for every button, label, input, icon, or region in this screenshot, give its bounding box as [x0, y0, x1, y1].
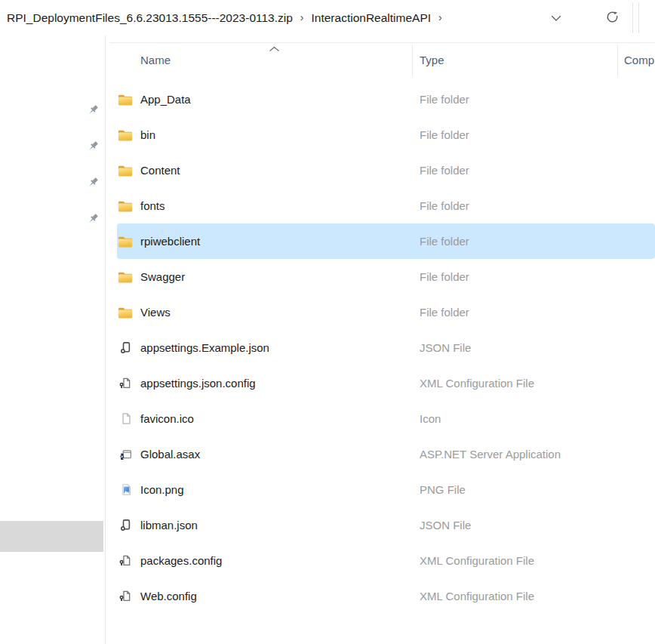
file-row[interactable]: appsettings.json.config XML Configuratio…: [117, 365, 655, 401]
pin-icon[interactable]: [86, 176, 100, 190]
pin-icon[interactable]: [86, 212, 100, 226]
column-header-name[interactable]: Name: [140, 54, 171, 66]
search-box-left-edge: [638, 2, 639, 33]
file-row[interactable]: Content File folder: [117, 153, 655, 188]
address-dropdown-button[interactable]: [546, 8, 567, 29]
pin-icon[interactable]: [86, 103, 100, 117]
file-name: favicon.ico: [140, 412, 420, 425]
folder-icon: [118, 199, 133, 213]
address-bar-right-border: [632, 2, 633, 33]
config-icon: [118, 590, 133, 603]
file-name: Swagger: [140, 270, 420, 283]
file-type: File folder: [420, 93, 469, 106]
column-header-compressed-size[interactable]: Comp: [624, 54, 655, 66]
config-icon: [118, 554, 133, 568]
file-name: Global.asax: [140, 448, 420, 461]
file-row[interactable]: appsettings.Example.json JSON File: [117, 330, 655, 365]
nav-item-highlight: [0, 521, 103, 552]
column-header-type[interactable]: Type: [420, 54, 444, 66]
file-row[interactable]: fonts File folder: [117, 188, 655, 223]
file-row[interactable]: Web.config XML Configuration File: [117, 578, 655, 614]
folder-icon: [118, 93, 133, 106]
navigation-pane: [0, 35, 106, 644]
breadcrumb-separator-icon[interactable]: ›: [300, 11, 304, 23]
file-row[interactable]: App_Data File folder: [117, 82, 655, 117]
breadcrumb: RPI_DeploymentFiles_6.6.23013.1555---202…: [7, 0, 450, 35]
file-type: Icon: [420, 412, 441, 425]
file-type: File folder: [420, 164, 469, 177]
file-type: PNG File: [420, 483, 466, 496]
file-name: rpiwebclient: [140, 235, 420, 248]
aspnet-icon: [118, 448, 133, 461]
sort-ascending-caret-icon: [268, 42, 281, 56]
file-explorer-window: RPI_DeploymentFiles_6.6.23013.1555---202…: [0, 0, 655, 644]
breadcrumb-item-folder[interactable]: InteractionRealtimeAPI: [312, 11, 432, 25]
file-row[interactable]: packages.config XML Configuration File: [117, 543, 655, 578]
breadcrumb-separator-icon[interactable]: ›: [438, 11, 442, 23]
pin-icon[interactable]: [86, 140, 100, 153]
address-bar: RPI_DeploymentFiles_6.6.23013.1555---202…: [0, 0, 655, 36]
file-name: appsettings.json.config: [140, 377, 420, 390]
file-row[interactable]: Swagger File folder: [117, 259, 655, 294]
file-name: bin: [140, 128, 420, 141]
file-type: JSON File: [420, 341, 471, 354]
file-name: App_Data: [140, 93, 420, 106]
file-row[interactable]: bin File folder: [117, 117, 655, 153]
file-type: XML Configuration File: [420, 377, 534, 390]
file-row[interactable]: Icon.png PNG File: [117, 472, 655, 507]
file-name: Web.config: [140, 590, 420, 602]
file-name: libman.json: [140, 519, 420, 532]
image-icon: [118, 483, 133, 497]
column-divider[interactable]: [617, 45, 618, 76]
file-name: Icon.png: [140, 483, 420, 496]
folder-icon: [118, 306, 133, 319]
file-type: ASP.NET Server Application: [420, 448, 561, 461]
file-type: File folder: [420, 235, 469, 248]
file-type: File folder: [420, 199, 469, 212]
folder-icon: [118, 164, 133, 177]
file-row[interactable]: favicon.ico Icon: [117, 401, 655, 436]
file-row[interactable]: rpiwebclient File folder: [117, 223, 655, 259]
file-type: File folder: [420, 306, 469, 319]
file-row[interactable]: Global.asax ASP.NET Server Application: [117, 436, 655, 472]
file-type: XML Configuration File: [420, 554, 534, 567]
file-type: XML Configuration File: [420, 590, 534, 602]
json-icon: [118, 519, 133, 532]
file-name: packages.config: [140, 554, 420, 567]
file-row[interactable]: libman.json JSON File: [117, 507, 655, 543]
breadcrumb-item-zip[interactable]: RPI_DeploymentFiles_6.6.23013.1555---202…: [7, 11, 293, 25]
folder-icon: [118, 235, 133, 248]
doc-icon: [118, 412, 133, 426]
file-list-panel: Name Type Comp App_Data File folder bin …: [106, 35, 655, 644]
refresh-button[interactable]: [601, 8, 623, 29]
folder-icon: [118, 128, 133, 142]
content-divider: [109, 42, 655, 43]
file-type: File folder: [420, 128, 469, 141]
file-list: App_Data File folder bin File folder Con…: [106, 82, 655, 614]
file-name: fonts: [140, 199, 420, 212]
file-name: Content: [140, 164, 420, 177]
file-type: File folder: [420, 270, 469, 283]
file-type: JSON File: [420, 519, 471, 532]
json-icon: [118, 341, 133, 355]
file-name: appsettings.Example.json: [140, 341, 420, 354]
folder-icon: [118, 270, 133, 284]
chevron-down-icon: [551, 13, 561, 24]
column-divider[interactable]: [412, 45, 413, 76]
file-row[interactable]: Views File folder: [117, 294, 655, 330]
refresh-icon: [604, 9, 620, 27]
file-name: Views: [140, 306, 420, 319]
config-icon: [118, 377, 133, 390]
